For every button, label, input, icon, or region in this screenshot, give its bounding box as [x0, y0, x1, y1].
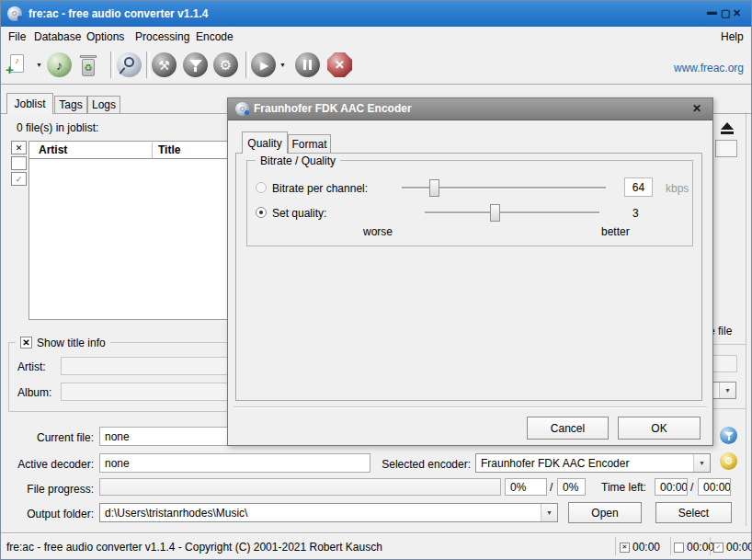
file-progress-label: File progress: — [10, 483, 94, 496]
pause-encoding-button[interactable] — [295, 52, 320, 77]
minimize-button-icon[interactable]: ▬ — [707, 6, 717, 17]
toolbar-separator — [245, 51, 249, 78]
start-encoding-button[interactable]: ▶ — [251, 52, 276, 77]
maximize-button-icon[interactable]: ▢ — [721, 7, 730, 19]
show-title-info-checkbox[interactable]: ✕ — [20, 337, 32, 349]
crossed-tools-icon: ⚒ — [158, 58, 170, 73]
clear-joblist-button[interactable]: ♻ — [79, 52, 97, 78]
total-progress-percent: 0% — [563, 481, 578, 494]
right-panel-border — [746, 112, 746, 526]
dialog-close-icon[interactable]: ✕ — [692, 102, 701, 115]
column-header-title[interactable]: Title — [158, 143, 180, 156]
select-none-button[interactable] — [11, 156, 27, 170]
menu-file[interactable]: File — [8, 30, 26, 43]
menu-processing[interactable]: Processing — [135, 30, 189, 43]
time-left-value: 00:00 — [660, 481, 688, 494]
menu-encode[interactable]: Encode — [196, 30, 234, 43]
quality-slider-thumb[interactable] — [490, 204, 500, 222]
show-title-info-label: Show title info — [37, 337, 106, 349]
right-panel-divider — [711, 408, 746, 409]
statusbar-divider — [615, 537, 616, 555]
tab-tags[interactable]: Tags — [54, 96, 87, 114]
add-files-dropdown-icon[interactable]: ▼ — [36, 62, 42, 68]
menu-database[interactable]: Database — [34, 30, 81, 43]
select-button[interactable]: Select — [655, 502, 732, 523]
quality-value: 3 — [632, 207, 639, 220]
output-folder-value: d:\Users\tristanrhodes\Music\ — [100, 507, 541, 520]
cd-drive-field[interactable] — [715, 140, 737, 157]
gear-icon: ⚙ — [724, 455, 734, 467]
menu-help[interactable]: Help — [721, 30, 744, 43]
rip-audio-cd-button[interactable]: ♪ — [47, 52, 72, 77]
active-decoder-label: Active decoder: — [10, 458, 94, 471]
chevron-down-icon[interactable]: ▼ — [693, 454, 710, 472]
cancel-button[interactable]: Cancel — [527, 417, 609, 440]
slash-separator: / — [690, 481, 693, 494]
recycle-icon: ♻ — [85, 63, 93, 73]
funnel-icon — [724, 432, 734, 437]
tab-logs[interactable]: Logs — [87, 96, 120, 114]
freac-app-icon — [7, 6, 22, 21]
chevron-down-icon[interactable]: ▼ — [719, 383, 735, 398]
statusbar-divider — [710, 537, 711, 555]
bitrate-value: 64 — [632, 181, 644, 194]
tab-joblist[interactable]: Joblist — [6, 93, 53, 114]
album-label: Album: — [17, 386, 51, 399]
tab-logs-label: Logs — [92, 98, 116, 111]
statusbar-text: fre:ac - free audio converter v1.1.4 - C… — [6, 541, 382, 554]
open-button[interactable]: Open — [568, 502, 642, 523]
selected-encoder-value: Fraunhofer FDK AAC Encoder — [476, 457, 693, 470]
active-decoder-value: none — [105, 457, 130, 470]
quality-slider[interactable] — [425, 211, 599, 214]
toolbar-separator — [110, 51, 114, 78]
dialog-titlebar[interactable]: Fraunhofer FDK AAC Encoder ✕ — [228, 98, 712, 120]
selected-encoder-label: Selected encoder: — [373, 458, 471, 471]
encoder-settings-button[interactable]: ⚙ — [720, 452, 737, 470]
set-quality-label: Set quality: — [272, 207, 326, 220]
cddb-query-button[interactable] — [117, 52, 142, 78]
add-files-button[interactable]: ♪ + ▼ — [6, 52, 42, 80]
time-left-field: 00:00 — [655, 478, 688, 496]
close-button-icon[interactable]: ✕ — [733, 7, 741, 19]
toggle-selection-button[interactable]: ✓ — [11, 172, 27, 186]
bitrate-value-field[interactable]: 64 — [624, 177, 653, 197]
dialog-tab-format[interactable]: Format — [288, 134, 331, 154]
bitrate-slider-thumb[interactable] — [429, 179, 439, 197]
tools-button[interactable]: ⚒ — [152, 52, 177, 77]
dialog-button-separator — [234, 406, 707, 407]
eject-button[interactable] — [714, 118, 740, 138]
window-titlebar[interactable]: fre:ac - free audio converter v1.1.4 ▬ ▢… — [1, 1, 751, 27]
dialog-tab-quality[interactable]: Quality — [242, 131, 288, 154]
funnel-icon — [189, 60, 202, 67]
total-time-value: 00:00 — [726, 541, 752, 554]
output-folder-combo[interactable]: d:\Users\tristanrhodes\Music\ ▼ — [99, 503, 558, 522]
statusbar-divider — [670, 537, 671, 555]
column-divider[interactable] — [152, 143, 153, 158]
selected-encoder-combo[interactable]: Fraunhofer FDK AAC Encoder ▼ — [475, 453, 711, 473]
select-all-button[interactable]: ✕ — [11, 141, 27, 154]
freac-main-window: fre:ac - free audio converter v1.1.4 ▬ ▢… — [0, 0, 752, 560]
freac-dialog-icon — [235, 102, 249, 116]
processing-settings-button[interactable] — [720, 427, 737, 444]
signal-processing-button[interactable] — [183, 52, 208, 77]
file-progress-percent: 0% — [510, 481, 526, 494]
menu-options[interactable]: Options — [86, 30, 124, 43]
column-header-artist[interactable]: Artist — [39, 143, 67, 156]
bitrate-radio[interactable] — [256, 182, 267, 193]
file-progress-bar — [99, 478, 501, 496]
selected-time-value: 00:00 — [632, 541, 660, 554]
tab-tags-label: Tags — [59, 98, 82, 111]
cross-icon: ✕ — [16, 143, 23, 153]
cd-music-note-icon: ♪ — [56, 58, 63, 73]
chevron-down-icon[interactable]: ▼ — [541, 504, 557, 521]
website-link[interactable]: www.freac.org — [674, 62, 744, 74]
start-encoding-dropdown-icon[interactable]: ▼ — [279, 62, 286, 68]
ok-button[interactable]: OK — [618, 417, 701, 440]
set-quality-radio[interactable] — [256, 207, 267, 218]
pause-icon — [303, 60, 312, 70]
settings-button[interactable]: ⚙ — [213, 52, 238, 77]
empty-box-icon — [674, 543, 684, 553]
current-file-value: none — [105, 430, 130, 443]
stop-encoding-button[interactable]: ✕ — [327, 52, 352, 77]
dialog-tab-quality-label: Quality — [247, 137, 281, 150]
